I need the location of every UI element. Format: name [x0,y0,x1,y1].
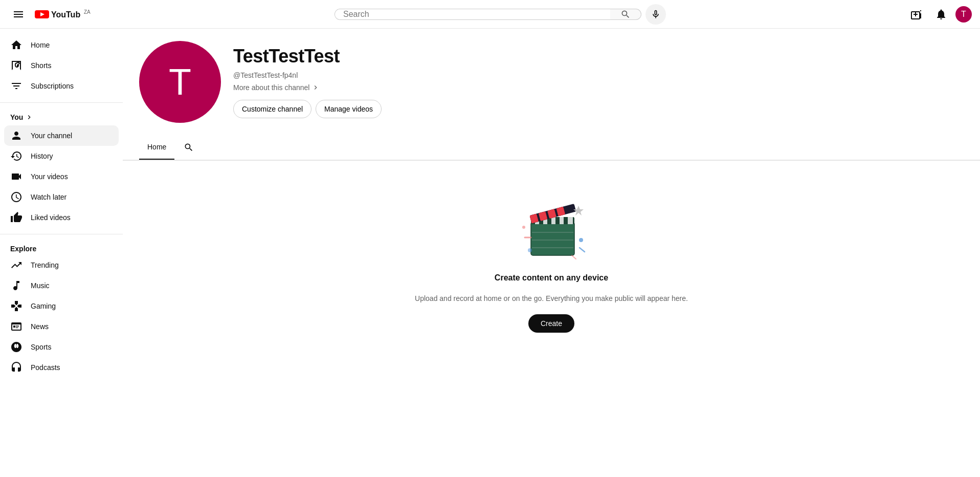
channel-more-link[interactable]: More about this channel [233,83,382,92]
create-icon [910,8,923,20]
your-videos-label: Your videos [31,172,68,181]
svg-rect-7 [551,217,555,224]
music-label: Music [31,281,50,290]
channel-more-label: More about this channel [233,83,309,92]
bell-icon [935,8,947,20]
gaming-label: Gaming [31,302,56,310]
news-label: News [31,322,49,331]
country-badge: ZA [84,9,91,15]
search-input[interactable] [335,9,610,19]
user-avatar-button[interactable]: T [955,6,972,23]
create-content-button[interactable]: Create [528,314,574,333]
sidebar-item-trending[interactable]: Trending [4,255,119,275]
watch-later-icon [10,191,23,203]
sidebar-item-liked-videos[interactable]: Liked videos [4,207,119,228]
sidebar-item-news[interactable]: News [4,316,119,337]
empty-state: Create content on any device Upload and … [123,161,980,374]
home-icon [10,39,23,51]
channel-avatar: T [139,41,221,123]
header: YouTube ZA [0,0,980,29]
hamburger-icon [12,8,25,20]
svg-point-21 [579,238,583,242]
header-left: YouTube ZA [8,4,131,25]
clapperboard-illustration [521,202,592,268]
svg-rect-3 [531,222,574,255]
channel-info: T TestTestTest @TestTestTest-fp4nl More … [139,41,964,123]
music-icon [10,279,23,292]
liked-videos-label: Liked videos [31,213,71,222]
microphone-icon [651,9,661,19]
sidebar-item-history[interactable]: History [4,146,119,166]
trending-icon [10,259,23,271]
search-input-wrap [335,9,610,20]
sidebar-item-podcasts[interactable]: Podcasts [4,357,119,378]
sidebar-item-your-videos[interactable]: Your videos [4,166,119,187]
empty-illustration [521,202,582,263]
channel-handle: @TestTestTest-fp4nl [233,71,382,79]
search-icon [184,142,194,153]
sidebar-item-shorts[interactable]: Shorts [4,55,119,76]
news-icon [10,320,23,333]
channel-avatar-letter: T [169,61,191,103]
channel-actions: Customize channel Manage videos [233,100,382,118]
svg-line-23 [572,255,576,259]
podcasts-label: Podcasts [31,363,60,372]
header-right: T [870,4,972,25]
tab-home[interactable]: Home [139,135,174,160]
sidebar-divider-1 [0,102,123,103]
chevron-right-icon [25,113,33,121]
chevron-right-icon [311,83,320,92]
sidebar-item-your-channel[interactable]: Your channel [4,125,119,146]
sidebar-divider-2 [0,234,123,234]
account-icon [10,129,23,142]
channel-header: T TestTestTest @TestTestTest-fp4nl More … [123,29,980,123]
your-channel-label: Your channel [31,132,72,140]
channel-name: TestTestTest [233,46,382,67]
sidebar-item-sports[interactable]: Sports [4,337,119,357]
sidebar: Home Shorts Subscriptions You Your chann… [0,29,123,477]
empty-state-title: Create content on any device [495,273,608,283]
menu-button[interactable] [8,4,29,25]
sidebar-home-label: Home [31,41,50,49]
svg-text:YouTube: YouTube [51,10,81,19]
sidebar-item-gaming[interactable]: Gaming [4,296,119,316]
search-icon [620,9,631,19]
empty-state-description: Upload and record at home or on the go. … [415,293,688,304]
trending-label: Trending [31,261,59,269]
header-center [316,4,684,25]
svg-point-20 [522,226,525,229]
channel-search-button[interactable] [179,137,199,158]
you-section-title[interactable]: You [0,109,123,125]
youtube-logo-icon: YouTube [35,9,81,19]
explore-section-header: Explore [0,241,123,255]
customize-channel-button[interactable]: Customize channel [233,100,311,118]
subscriptions-icon [10,80,23,92]
history-icon [10,150,23,162]
history-label: History [31,152,53,160]
channel-details: TestTestTest @TestTestTest-fp4nl More ab… [233,46,382,118]
search-form [335,9,641,20]
channel-tabs: Home [123,135,980,160]
notifications-button[interactable] [931,4,951,25]
sidebar-item-home[interactable]: Home [4,35,119,55]
video-icon [10,170,23,183]
sports-label: Sports [31,343,51,351]
watch-later-label: Watch later [31,193,66,201]
sports-icon [10,341,23,353]
voice-search-button[interactable] [645,4,666,25]
search-button[interactable] [610,9,641,20]
svg-line-22 [580,248,585,252]
podcasts-icon [10,361,23,374]
svg-rect-9 [568,217,573,224]
liked-icon [10,211,23,224]
youtube-logo[interactable]: YouTube ZA [35,9,91,19]
manage-videos-button[interactable]: Manage videos [316,100,382,118]
create-button[interactable] [906,4,927,25]
sidebar-subscriptions-label: Subscriptions [31,82,74,90]
sidebar-item-watch-later[interactable]: Watch later [4,187,119,207]
you-label: You [10,113,23,121]
sidebar-item-subscriptions[interactable]: Subscriptions [4,76,119,96]
sidebar-item-music[interactable]: Music [4,275,119,296]
tab-home-label: Home [147,143,166,151]
svg-rect-8 [560,217,564,224]
